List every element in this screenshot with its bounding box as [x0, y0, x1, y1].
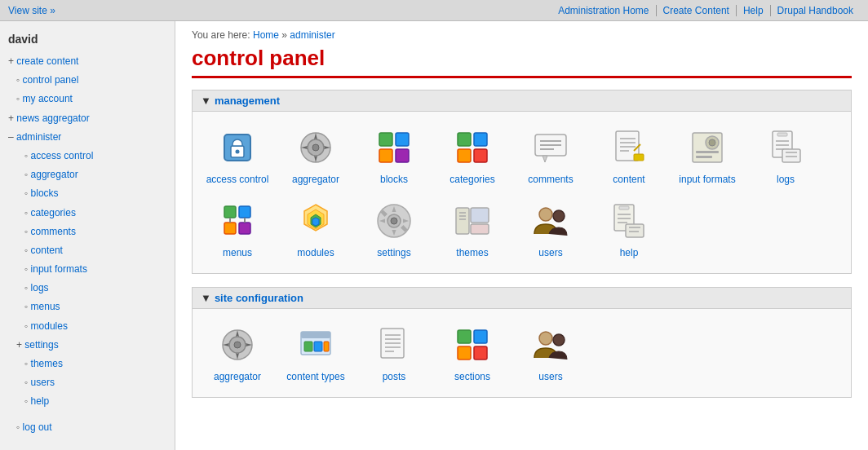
icon-access-control[interactable]: access control [201, 121, 274, 190]
management-header-link[interactable]: management [215, 95, 280, 107]
svg-point-70 [234, 342, 241, 348]
svg-rect-84 [458, 346, 471, 360]
main-content: You are here: Home » administer control … [175, 21, 868, 450]
menus-icon [216, 200, 259, 242]
icon-blocks-label: blocks [380, 174, 408, 185]
management-header[interactable]: ▼ management [193, 90, 851, 112]
sidebar-item-administer[interactable]: administer [0, 128, 175, 147]
sidebar-item-create-content[interactable]: create content [0, 52, 175, 71]
icon-themes-label: themes [456, 247, 488, 258]
icon-settings[interactable]: settings [357, 195, 431, 263]
icon-sc-content-types[interactable]: content types [279, 319, 352, 387]
topbar-right: Administration Home Create Content Help … [551, 5, 860, 16]
sidebar-subitem-menus[interactable]: menus [0, 298, 175, 316]
sidebar-username: david [0, 29, 175, 52]
svg-rect-72 [301, 332, 330, 338]
sidebar-subitem-logs[interactable]: logs [0, 279, 175, 298]
svg-rect-8 [379, 149, 392, 162]
page-title: control panel [192, 46, 852, 78]
icon-menus-label: menus [223, 247, 252, 258]
icon-categories[interactable]: categories [436, 121, 509, 190]
sidebar-subitem-settings[interactable]: settings [0, 336, 175, 355]
icon-comments[interactable]: comments [514, 121, 587, 190]
site-config-header-link[interactable]: site configuration [215, 292, 303, 304]
sidebar-item-logout[interactable]: log out [0, 418, 175, 437]
sidebar-item-news-aggregator[interactable]: news aggregator [0, 109, 175, 128]
icon-sc-users-label: users [538, 371, 562, 382]
svg-rect-82 [458, 330, 471, 343]
breadcrumb-current[interactable]: administer [290, 29, 334, 41]
svg-rect-75 [324, 342, 329, 351]
breadcrumb: You are here: Home » administer [192, 29, 852, 41]
svg-rect-73 [304, 342, 312, 351]
icon-aggregator[interactable]: aggregator [279, 121, 352, 190]
users-icon [529, 200, 572, 242]
svg-rect-61 [619, 206, 629, 210]
sidebar-subitem-blocks[interactable]: blocks [0, 184, 175, 203]
input-formats-icon [686, 126, 728, 169]
topbar: View site » Administration Home Create C… [0, 0, 868, 21]
breadcrumb-home[interactable]: Home [253, 29, 279, 41]
svg-rect-29 [696, 151, 719, 153]
icon-aggregator-label: aggregator [292, 174, 339, 185]
icon-blocks[interactable]: blocks [357, 121, 431, 190]
breadcrumb-sep: » [281, 29, 290, 41]
icon-sc-content-types-label: content types [286, 371, 344, 382]
sidebar-subitem-help[interactable]: help [0, 392, 175, 411]
content-icon [608, 126, 650, 169]
icon-sc-sections[interactable]: sections [436, 319, 509, 387]
svg-rect-83 [474, 330, 487, 343]
help-link[interactable]: Help [737, 5, 771, 16]
svg-rect-6 [379, 133, 392, 146]
layout: david create content control panel my ac… [0, 21, 868, 450]
icon-sc-users[interactable]: users [514, 319, 587, 387]
icon-help[interactable]: help [592, 195, 666, 263]
sidebar-subitem-users[interactable]: users [0, 373, 175, 392]
site-config-header[interactable]: ▼ site configuration [193, 288, 851, 309]
svg-rect-25 [634, 154, 644, 161]
drupal-handbook-link[interactable]: Drupal Handbook [771, 5, 860, 16]
svg-rect-13 [474, 149, 487, 162]
management-toggle-icon: ▼ [201, 95, 211, 107]
svg-rect-85 [474, 346, 487, 360]
site-config-toggle-icon: ▼ [201, 292, 211, 304]
icon-input-formats-label: input formats [679, 174, 735, 185]
icon-themes[interactable]: themes [436, 195, 509, 263]
icon-logs[interactable]: logs [749, 121, 822, 190]
icon-content[interactable]: content [592, 121, 666, 190]
sidebar-subitem-comments[interactable]: comments [0, 223, 175, 241]
sidebar-subitem-content[interactable]: content [0, 241, 175, 260]
icon-menus[interactable]: menus [201, 195, 274, 263]
view-site-link[interactable]: View site » [8, 5, 55, 16]
icon-sc-aggregator[interactable]: aggregator [201, 319, 274, 387]
site-config-body: aggregator content types [193, 309, 851, 397]
admin-home-link[interactable]: Administration Home [551, 5, 656, 16]
svg-point-86 [539, 332, 552, 345]
icon-sc-posts-label: posts [383, 371, 406, 382]
sc-sections-icon [451, 324, 494, 366]
svg-point-58 [539, 208, 552, 221]
icon-comments-label: comments [528, 174, 573, 185]
svg-rect-74 [314, 342, 322, 351]
sidebar: david create content control panel my ac… [0, 21, 175, 450]
sidebar-subitem-categories[interactable]: categories [0, 204, 175, 223]
sidebar-subitem-aggregator[interactable]: aggregator [0, 165, 175, 184]
sidebar-subitem-modules[interactable]: modules [0, 317, 175, 336]
svg-rect-41 [224, 223, 236, 234]
svg-point-59 [553, 210, 565, 222]
svg-rect-42 [239, 223, 250, 234]
svg-rect-9 [396, 149, 409, 162]
icon-sc-posts[interactable]: posts [357, 319, 431, 387]
create-content-link[interactable]: Create Content [657, 5, 737, 16]
icon-input-formats[interactable]: input formats [671, 121, 744, 190]
svg-rect-10 [458, 133, 471, 146]
sidebar-subitem-access-control[interactable]: access control [0, 147, 175, 165]
sidebar-subitem-input-formats[interactable]: input formats [0, 260, 175, 279]
sidebar-item-control-panel[interactable]: control panel [0, 71, 175, 90]
icon-modules[interactable]: modules [279, 195, 352, 263]
site-config-panel: ▼ site configuration [192, 287, 852, 398]
icon-users[interactable]: users [514, 195, 587, 263]
sidebar-item-my-account[interactable]: my account [0, 90, 175, 108]
sidebar-subitem-themes[interactable]: themes [0, 355, 175, 373]
svg-marker-48 [312, 218, 319, 226]
